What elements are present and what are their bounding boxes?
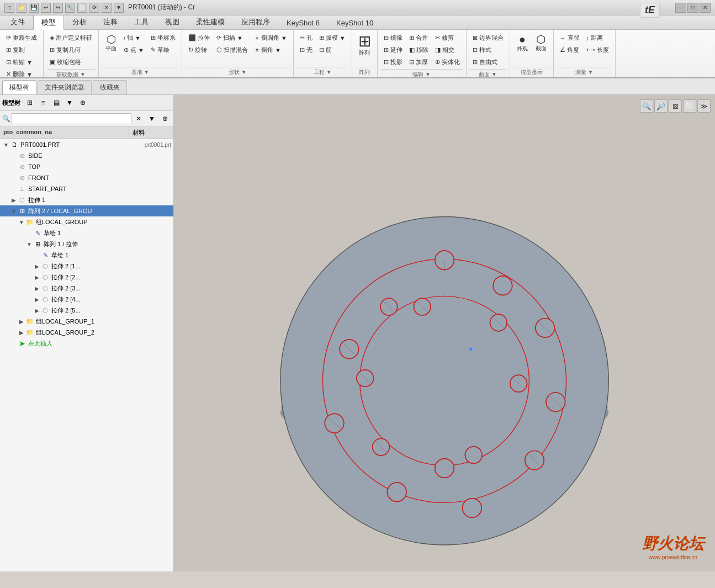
tree-item-top[interactable]: ⊘ TOP <box>0 161 173 172</box>
revolve-btn[interactable]: ↻ 旋转 <box>186 44 213 56</box>
project-btn[interactable]: ⊡ 投影 <box>381 56 405 68</box>
search-options-btn[interactable]: ▼ <box>146 113 158 125</box>
tree-item-group1[interactable]: ▶ 📁 组LOCAL_GROUP_1 <box>0 316 173 327</box>
close-btn[interactable]: ✕ <box>700 3 711 13</box>
extrude-btn[interactable]: ⬛ 拉伸 <box>186 32 213 44</box>
tree-item-group-local[interactable]: ▼ 📁 组LOCAL_GROUP <box>0 216 173 227</box>
point-btn[interactable]: ⊕ 点▼ <box>121 44 147 56</box>
expand-icon[interactable]: ▼ <box>2 142 10 148</box>
zoom-fit-btn[interactable]: ⊠ <box>669 99 682 113</box>
zoom-out-btn[interactable]: 🔎 <box>654 99 668 113</box>
new-icon[interactable]: □ <box>4 3 14 13</box>
ribbon-tab-工具[interactable]: 工具 <box>126 14 157 29</box>
tree-settings-btn[interactable]: ⊞ <box>24 97 36 109</box>
minimize-btn[interactable]: — <box>675 3 686 13</box>
shell-btn[interactable]: ⊡ 壳 <box>297 44 315 56</box>
folder-icon[interactable]: 📁 <box>17 3 27 13</box>
diameter-btn[interactable]: ↔ 直径 <box>557 32 582 44</box>
ribbon-tab-文件[interactable]: 文件 <box>2 14 33 29</box>
expand-icon[interactable]: ▶ <box>10 197 18 203</box>
ribbon-tab-注释[interactable]: 注释 <box>95 14 126 29</box>
solidify-btn[interactable]: ⊕ 实体化 <box>432 56 463 68</box>
round-btn[interactable]: ⌅ 倒圆角▼ <box>252 32 290 44</box>
paste-btn[interactable]: ⊡ 粘贴▼ <box>3 56 40 68</box>
tree-item-extrude2-4[interactable]: ▶ ⬡ 拉伸 2 [4... <box>0 294 173 305</box>
expand-icon[interactable]: ▶ <box>33 263 41 269</box>
thicken-btn[interactable]: ⊟ 加厚 <box>406 56 431 68</box>
tree-item-prt0001[interactable]: ▼ 🗋 PRT0001.PRT prt0001.prt <box>0 139 173 150</box>
hole-btn[interactable]: ✂ 孔 <box>297 32 315 44</box>
layout-icon[interactable]: ⬜ <box>77 3 87 13</box>
delete-btn[interactable]: ✕ 删除▼ <box>3 68 40 78</box>
regen-icon[interactable]: ⟳ <box>89 3 99 13</box>
tree-item-extrude2-2[interactable]: ▶ ⬡ 拉伸 2 [2... <box>0 272 173 283</box>
sketch-datum-btn[interactable]: ✎ 草绘 <box>148 44 178 56</box>
ribbon-tab-KeyShot 10[interactable]: KeyShot 10 <box>328 16 382 29</box>
redo-icon[interactable]: ↪ <box>53 3 63 13</box>
tree-item-pattern1[interactable]: ▼ ⊞ 阵列 1 / 拉伸 <box>0 239 173 250</box>
tree-add-btn[interactable]: ⊕ <box>77 97 89 109</box>
tree-item-extrude1[interactable]: ▶ ⬡ 拉伸 1 <box>0 194 173 205</box>
tree-item-insert[interactable]: ➤ 在此插入 <box>0 338 173 349</box>
distance-btn[interactable]: ↕ 距离 <box>584 32 612 44</box>
tree-item-sketch1b[interactable]: ✎ 草绘 1 <box>0 250 173 261</box>
panel-tab-模型树[interactable]: 模型树 <box>2 80 36 94</box>
rib-btn[interactable]: ⊟ 筋 <box>316 44 348 56</box>
remove-btn[interactable]: ◧ 移除 <box>406 44 431 56</box>
style-btn[interactable]: ⊟ 样式 <box>470 44 506 56</box>
copy-btn[interactable]: ⊞ 复制 <box>3 44 40 56</box>
coord-btn[interactable]: ⊞ 坐标系 <box>148 32 178 44</box>
section-btn[interactable]: ⬡ 截面 <box>532 32 550 54</box>
swept-blend-btn[interactable]: ⬡ 扫描混合 <box>214 44 251 56</box>
expand-icon[interactable]: ▶ <box>18 319 25 325</box>
clear-search-btn[interactable]: ✕ <box>133 113 145 125</box>
merge-btn[interactable]: ⊞ 合并 <box>406 32 431 44</box>
repair-icon[interactable]: 🔧 <box>65 3 75 13</box>
expand-icon[interactable]: ▼ <box>18 219 25 225</box>
search-input[interactable] <box>12 113 131 124</box>
ribbon-tab-KeyShot 8[interactable]: KeyShot 8 <box>278 16 328 29</box>
tree-content[interactable]: ▼ 🗋 PRT0001.PRT prt0001.prt ⊘ SIDE ⊘ TOP <box>0 139 173 571</box>
expand-icon[interactable]: ▼ <box>10 208 18 214</box>
regen-btn[interactable]: ⟳ 重新生成 <box>3 32 40 44</box>
maximize-btn[interactable]: □ <box>687 3 698 13</box>
draft-btn[interactable]: ⊞ 拔模▼ <box>316 32 348 44</box>
intersect-btn[interactable]: ◨ 相交 <box>432 44 463 56</box>
window-controls[interactable]: — □ ✕ <box>675 3 711 13</box>
angle-btn[interactable]: ∠ 角度 <box>557 44 582 56</box>
dropdown-icon[interactable]: ▼ <box>114 3 124 13</box>
panel-tab-文件夹浏览器[interactable]: 文件夹浏览器 <box>38 80 92 94</box>
expand-icon[interactable]: ▶ <box>18 330 25 336</box>
ribbon-tab-应用程序[interactable]: 应用程序 <box>233 14 278 29</box>
tree-columns-btn[interactable]: ▤ <box>50 97 62 109</box>
expand-icon[interactable]: ▶ <box>33 296 41 303</box>
chamfer-btn[interactable]: ⌆ 倒角▼ <box>252 44 290 56</box>
tree-search-btn[interactable]: ▼ <box>63 97 76 109</box>
ribbon-tab-模型[interactable]: 模型 <box>33 15 64 30</box>
plane-btn[interactable]: ⬡ 平面 <box>102 32 120 54</box>
tree-filter-btn[interactable]: ≡ <box>37 97 49 109</box>
expand-icon[interactable]: ▶ <box>33 308 41 314</box>
expand-icon[interactable]: ▼ <box>25 241 33 247</box>
zoom-in-btn[interactable]: 🔍 <box>640 99 653 113</box>
tree-item-side[interactable]: ⊘ SIDE <box>0 150 173 161</box>
trim-btn[interactable]: ✂ 修剪 <box>432 32 463 44</box>
undo-icon[interactable]: ↩ <box>41 3 51 13</box>
expand-icon[interactable]: ▶ <box>33 274 41 280</box>
tree-item-extrude2-1[interactable]: ▶ ⬡ 拉伸 2 [1... <box>0 261 173 272</box>
tree-item-sketch1[interactable]: ✎ 草绘 1 <box>0 227 173 239</box>
mirror-btn[interactable]: ⊟ 镜像 <box>381 32 405 44</box>
panel-tab-收藏夹[interactable]: 收藏夹 <box>93 80 127 94</box>
tree-item-extrude2-3[interactable]: ▶ ⬡ 拉伸 2 [3... <box>0 283 173 294</box>
ribbon-tab-分析[interactable]: 分析 <box>64 14 95 29</box>
sweep-btn[interactable]: ⟳ 扫描▼ <box>214 32 251 44</box>
tree-item-group2[interactable]: ▶ 📁 组LOCAL_GROUP_2 <box>0 327 173 338</box>
stop-icon[interactable]: ✕ <box>102 3 112 13</box>
tree-item-front[interactable]: ⊘ FRONT <box>0 172 173 183</box>
pattern-btn[interactable]: ⊞ 阵列 <box>356 32 374 59</box>
save-icon[interactable]: 💾 <box>29 3 39 13</box>
copy-geom-btn[interactable]: ⊞ 复制几何 <box>47 44 95 56</box>
more-btn[interactable]: ≫ <box>697 99 711 113</box>
expand-icon[interactable]: ▶ <box>33 285 41 292</box>
tree-item-pattern2[interactable]: ▼ ⊞ 阵列 2 / LOCAL_GROU <box>0 205 173 216</box>
